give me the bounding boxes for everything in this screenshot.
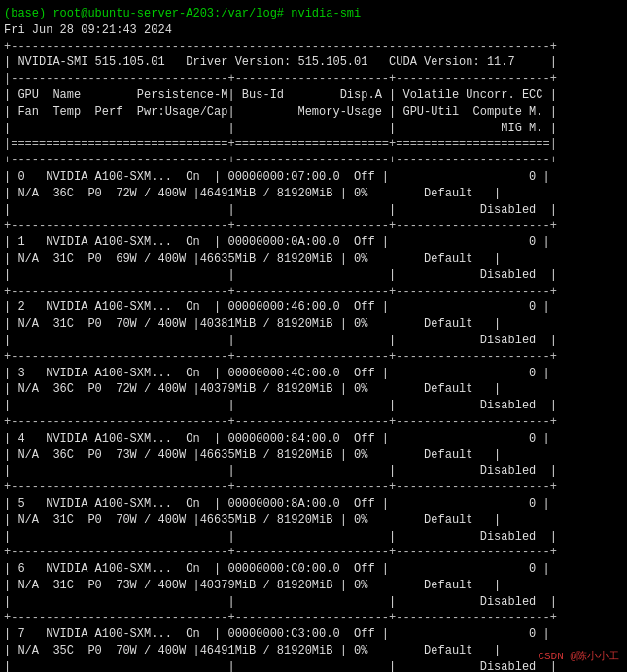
terminal-window: (base) root@ubuntu-server-A203:/var/log#… — [4, 6, 623, 672]
gpu-row-4-line1: | 4 NVIDIA A100-SXM... On | 00000000:84:… — [4, 431, 623, 447]
gpu-separator-3: +-------------------------------+-------… — [4, 349, 623, 366]
header-border-top: +---------------------------------------… — [4, 39, 623, 55]
gpu-row-6-line1: | 6 NVIDIA A100-SXM... On | 00000000:C0:… — [4, 561, 623, 578]
gpu-row-0-line2: | N/A 36C P0 72W / 400W |46491MiB / 8192… — [4, 186, 623, 202]
gpu-separator-6: +-------------------------------+-------… — [4, 545, 623, 561]
gpu-row-7-line2: | N/A 35C P0 70W / 400W |46491MiB / 8192… — [4, 643, 623, 659]
gpu-row-2-line2: | N/A 31C P0 70W / 400W |40381MiB / 8192… — [4, 316, 623, 333]
col-header-2: | Fan Temp Perf Pwr:Usage/Cap| Memory-Us… — [4, 104, 623, 121]
gpu-row-5-line3: | | | Disabled | — [4, 529, 623, 546]
gpu-separator-0: +-------------------------------+-------… — [4, 153, 623, 169]
gpu-row-3-line3: | | | Disabled | — [4, 398, 623, 414]
gpu-row-7-line1: | 7 NVIDIA A100-SXM... On | 00000000:C3:… — [4, 626, 623, 643]
col-header-border: |===============================+=======… — [4, 136, 623, 153]
prompt-line: (base) root@ubuntu-server-A203:/var/log#… — [4, 6, 623, 22]
gpu-separator-4: +-------------------------------+-------… — [4, 414, 623, 431]
gpu-row-1-line1: | 1 NVIDIA A100-SXM... On | 00000000:0A:… — [4, 234, 623, 251]
gpu-separator-2: +-------------------------------+-------… — [4, 284, 623, 301]
gpu-row-7-line3: | | | Disabled | — [4, 659, 623, 672]
gpu-row-3-line1: | 3 NVIDIA A100-SXM... On | 00000000:4C:… — [4, 366, 623, 382]
gpu-row-3-line2: | N/A 36C P0 72W / 400W |40379MiB / 8192… — [4, 381, 623, 398]
col-border-1: |-------------------------------+-------… — [4, 71, 623, 88]
gpu-row-4-line3: | | | Disabled | — [4, 463, 623, 479]
gpu-row-4-line2: | N/A 36C P0 73W / 400W |46635MiB / 8192… — [4, 447, 623, 464]
gpu-row-2-line3: | | | Disabled | — [4, 333, 623, 349]
watermark: CSDN @陈小小工 — [538, 650, 619, 664]
gpu-row-1-line3: | | | Disabled | — [4, 267, 623, 284]
gpu-row-6-line2: | N/A 31C P0 73W / 400W |40379MiB / 8192… — [4, 578, 623, 594]
gpu-row-0-line3: | | | Disabled | — [4, 202, 623, 219]
header-smi-version: | NVIDIA-SMI 515.105.01 Driver Version: … — [4, 54, 623, 71]
gpu-row-1-line2: | N/A 31C P0 69W / 400W |46635MiB / 8192… — [4, 251, 623, 267]
col-header-3: | | | MIG M. | — [4, 121, 623, 137]
gpu-separator-1: +-------------------------------+-------… — [4, 218, 623, 234]
timestamp-line: Fri Jun 28 09:21:43 2024 — [4, 22, 623, 39]
gpu-row-0-line1: | 0 NVIDIA A100-SXM... On | 00000000:07:… — [4, 169, 623, 186]
gpu-row-2-line1: | 2 NVIDIA A100-SXM... On | 00000000:46:… — [4, 300, 623, 316]
gpu-row-5-line1: | 5 NVIDIA A100-SXM... On | 00000000:8A:… — [4, 496, 623, 513]
gpu-separator-5: +-------------------------------+-------… — [4, 479, 623, 496]
gpu-row-5-line2: | N/A 31C P0 70W / 400W |46635MiB / 8192… — [4, 513, 623, 529]
gpu-table-body: +-------------------------------+-------… — [4, 153, 623, 672]
col-header-1: | GPU Name Persistence-M| Bus-Id Disp.A … — [4, 88, 623, 104]
gpu-separator-7: +-------------------------------+-------… — [4, 610, 623, 626]
gpu-row-6-line3: | | | Disabled | — [4, 594, 623, 611]
